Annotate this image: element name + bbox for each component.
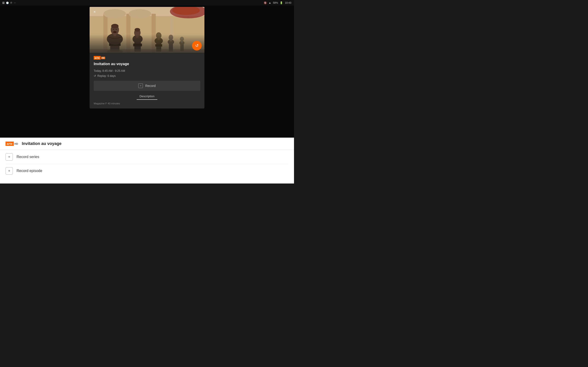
status-bar: 🖼 🕐 ⏱ ··· 🔇 ▲ 58% 🔋 10:43 xyxy=(0,0,294,6)
replay-small-icon: ↺ xyxy=(94,74,96,77)
replay-info: ↺ Replay: 6 days xyxy=(94,74,200,77)
clock-icon: 🕐 xyxy=(6,2,9,4)
program-time: Today, 8:45 AM - 9:25 AM xyxy=(94,69,200,73)
status-bar-left: 🖼 🕐 ⏱ ··· xyxy=(2,2,16,4)
replay-icon: ↺ xyxy=(195,43,199,48)
program-detail-modal: × ↺ arte HD Invitation au voyage Today, … xyxy=(90,7,204,108)
bottom-panel-title: Invitation au voyage xyxy=(22,141,61,146)
modal-info-section: arte HD Invitation au voyage Today, 8:45… xyxy=(90,53,204,108)
sculpture-illustration xyxy=(90,7,204,53)
photo-icon: 🖼 xyxy=(2,2,5,4)
more-icon: ··· xyxy=(14,2,16,4)
timer-icon: ⏱ xyxy=(10,2,12,4)
channel-badge: arte HD xyxy=(94,56,200,60)
bottom-hd-label: HD xyxy=(15,142,18,145)
record-episode-item[interactable]: + Record episode xyxy=(6,164,288,178)
record-button-icon: + xyxy=(138,83,143,88)
svg-rect-40 xyxy=(90,7,204,53)
bottom-channel-logo: arte HD xyxy=(6,142,18,146)
record-series-icon: + xyxy=(6,153,13,161)
system-icons: 🖼 🕐 ⏱ ··· xyxy=(2,2,16,4)
close-button[interactable]: × xyxy=(91,9,98,15)
bottom-panel-header: arte HD Invitation au voyage xyxy=(0,138,294,150)
replay-text: Replay: 6 days xyxy=(97,74,115,77)
battery-percent: 58% xyxy=(273,1,278,4)
program-title: Invitation au voyage xyxy=(94,62,200,66)
battery-icon: 🔋 xyxy=(280,1,283,4)
description-tab-label: Description xyxy=(137,94,157,100)
arte-logo: arte xyxy=(94,56,101,60)
hd-badge: HD xyxy=(101,57,105,59)
program-meta: Magazine F 40 minutes xyxy=(94,102,200,105)
replay-button[interactable]: ↺ xyxy=(192,41,202,50)
program-thumbnail: × ↺ xyxy=(90,7,204,53)
description-tab[interactable]: Description xyxy=(94,94,200,100)
record-episode-label: Record episode xyxy=(17,169,42,173)
status-bar-right: 🔇 ▲ 58% 🔋 10:43 xyxy=(264,1,291,4)
wifi-icon: ▲ xyxy=(269,1,271,4)
record-series-label: Record series xyxy=(17,155,39,159)
record-episode-icon: + xyxy=(6,167,13,175)
record-series-item[interactable]: + Record series xyxy=(6,150,288,164)
close-icon: × xyxy=(94,10,95,14)
record-button-label: Record xyxy=(145,84,156,88)
clock: 10:43 xyxy=(285,1,291,4)
record-button[interactable]: + Record xyxy=(94,81,200,91)
mute-icon: 🔇 xyxy=(264,1,267,4)
bottom-arte-logo: arte xyxy=(6,142,14,146)
bottom-action-panel: arte HD Invitation au voyage + Record se… xyxy=(0,138,294,184)
bottom-panel-actions: + Record series + Record episode xyxy=(0,150,294,178)
